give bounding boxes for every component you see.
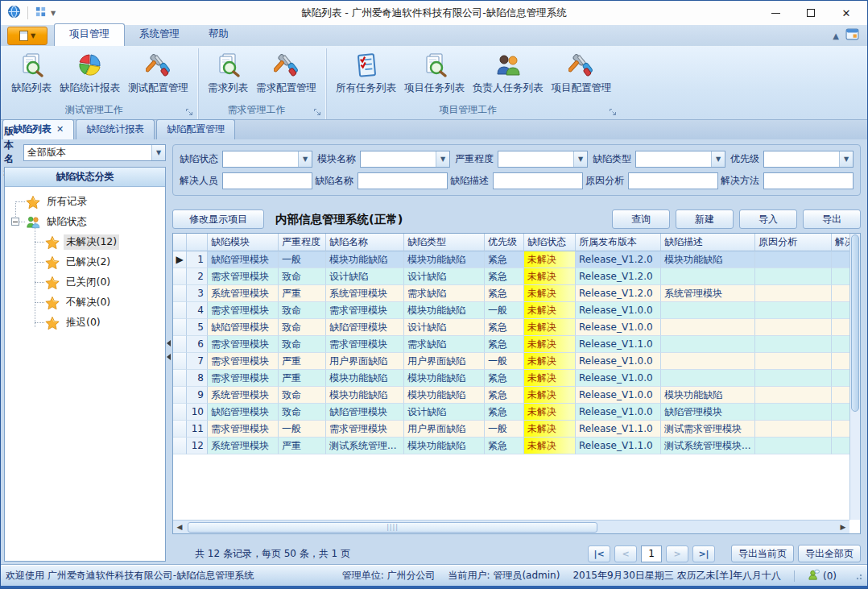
新建-button[interactable]: 新建 (676, 209, 734, 229)
row-selector-cell[interactable] (173, 387, 187, 404)
grid-header-所属发布版本[interactable]: 所属发布版本 (576, 234, 661, 251)
splitter-collapse-icon[interactable] (167, 340, 171, 346)
ribbon-button-项目配置管理[interactable]: 项目配置管理 (548, 51, 616, 96)
grid-header-原因分析[interactable]: 原因分析 (755, 234, 832, 251)
ribbon-button-测试配置管理[interactable]: 测试配置管理 (124, 51, 192, 96)
row-selector-cell[interactable] (173, 404, 187, 421)
grid-header-缺陷模块[interactable]: 缺陷模块 (208, 234, 279, 251)
grid-header-blank[interactable] (173, 234, 187, 251)
tree-item-未解决(12)[interactable]: 未解决(12) (5, 232, 165, 252)
combo-arrow-icon[interactable]: ▼ (436, 151, 449, 167)
table-row[interactable]: 8需求管理模块严重模块功能缺陷模块功能缺陷紧急未解决Release_V1.0.0 (173, 370, 849, 387)
filter-text-input-解决人员[interactable] (222, 172, 312, 189)
message-indicator[interactable]: (0) (808, 569, 837, 583)
table-row[interactable]: 2需求管理模块致命设计缺陷设计缺陷紧急未解决Release_V1.2.0 (173, 268, 849, 285)
combo-arrow-icon[interactable]: ▼ (711, 151, 725, 167)
horizontal-scrollbar-thumb[interactable]: |||| (188, 522, 597, 533)
grid-header-blank[interactable] (187, 234, 208, 251)
filter-text-input-解决方法[interactable] (763, 172, 854, 189)
horizontal-scroll-track[interactable]: |||| (186, 521, 837, 533)
ribbon-tab-帮助[interactable]: 帮助 (194, 23, 243, 46)
scroll-right-icon[interactable]: ▶ (837, 523, 849, 531)
filter-text-input-缺陷描述[interactable] (493, 172, 583, 189)
ribbon-help-icon[interactable] (845, 27, 859, 44)
last-page-button[interactable]: >| (692, 545, 715, 562)
page-number-input[interactable] (641, 545, 662, 562)
row-selector-cell[interactable] (173, 302, 187, 319)
row-selector-cell[interactable] (173, 421, 187, 438)
filter-combo-input[interactable] (636, 151, 711, 167)
first-page-button[interactable]: |< (588, 545, 610, 562)
ribbon-button-需求配置管理[interactable]: 需求配置管理 (252, 51, 320, 96)
tree-item-已关闭(0)[interactable]: 已关闭(0) (5, 272, 165, 292)
filter-combo-严重程度[interactable]: ▼ (498, 151, 588, 168)
version-combo-input[interactable] (24, 145, 151, 160)
tree-item-缺陷状态[interactable]: 缺陷状态 (5, 212, 165, 232)
application-menu-button[interactable]: ▼ (7, 27, 48, 45)
filter-combo-缺陷状态[interactable]: ▼ (222, 151, 312, 168)
dialog-launcher-icon[interactable] (313, 108, 322, 117)
ribbon-button-所有任务列表[interactable]: 所有任务列表 (332, 51, 400, 96)
modify-columns-button[interactable]: 修改显示项目 (172, 209, 264, 229)
filter-text-input-原因分析[interactable] (628, 172, 718, 189)
table-row[interactable]: 5缺陷管理模块致命缺陷管理模块设计缺陷紧急未解决Release_V1.0.0 (173, 319, 849, 336)
row-selector-cell[interactable] (173, 319, 187, 336)
row-selector-cell[interactable] (173, 370, 187, 387)
vertical-scrollbar[interactable] (849, 234, 860, 520)
grid-header-缺陷描述[interactable]: 缺陷描述 (661, 234, 755, 251)
table-row[interactable]: 3系统管理模块严重系统管理模块需求缺陷紧急未解决Release_V1.2.0系统… (173, 285, 849, 302)
tree-item-所有记录[interactable]: 所有记录 (5, 192, 165, 212)
table-row[interactable]: 10缺陷管理模块致命缺陷管理模块设计缺陷紧急未解决Release_V1.0.0缺… (173, 404, 849, 421)
grid-header-严重程度[interactable]: 严重程度 (279, 234, 326, 251)
ribbon-button-需求列表[interactable]: 需求列表 (204, 51, 252, 96)
grid-header-解决方法[interactable]: 解决方法 (832, 234, 849, 251)
filter-combo-模块名称[interactable]: ▼ (360, 151, 450, 168)
horizontal-scrollbar[interactable]: ◀ |||| ▶ (173, 520, 849, 533)
导出-button[interactable]: 导出 (803, 209, 861, 229)
row-selector-cell[interactable] (173, 336, 187, 353)
collapse-node-icon[interactable] (11, 218, 19, 226)
ribbon-button-项目任务列表[interactable]: 项目任务列表 (400, 51, 469, 96)
scroll-left-icon[interactable]: ◀ (173, 523, 186, 531)
combo-arrow-icon[interactable]: ▼ (839, 151, 853, 167)
combo-arrow-icon[interactable]: ▼ (298, 151, 312, 167)
ribbon-button-缺陷列表[interactable]: 缺陷列表 (7, 51, 56, 96)
ribbon-button-缺陷统计报表[interactable]: 缺陷统计报表 (56, 51, 124, 96)
grid-header-缺陷类型[interactable]: 缺陷类型 (404, 234, 485, 251)
filter-combo-input[interactable] (223, 151, 298, 167)
splitter-collapse-icon[interactable] (167, 354, 171, 360)
row-selector-cell[interactable] (173, 285, 187, 302)
version-combo[interactable]: ▼ (23, 144, 166, 161)
close-tab-icon[interactable]: ✕ (56, 124, 64, 135)
qat-dropdown-icon[interactable]: ▼ (51, 10, 56, 17)
table-row[interactable]: ▶1缺陷管理模块一般模块功能缺陷模块功能缺陷紧急未解决Release_V1.2.… (173, 251, 849, 268)
filter-text-input-缺陷名称[interactable] (358, 172, 448, 189)
resize-grip[interactable] (854, 572, 862, 580)
panel-splitter[interactable] (166, 143, 172, 562)
row-selector-cell[interactable] (173, 438, 187, 454)
minimize-button[interactable] (758, 2, 793, 24)
row-selector-cell[interactable] (173, 268, 187, 285)
doc-tab-缺陷统计报表[interactable]: 缺陷统计报表 (76, 119, 155, 139)
table-row[interactable]: 11需求管理模块一般需求管理模块用户界面缺陷一般未解决Release_V1.1.… (173, 421, 849, 438)
table-row[interactable]: 4需求管理模块致命需求管理模块模块功能缺陷一般未解决Release_V1.0.0 (173, 302, 849, 319)
table-row[interactable]: 12系统管理模块严重测试系统管理...模块功能缺陷紧急未解决Release_V1… (173, 438, 849, 454)
vertical-scrollbar-thumb[interactable] (851, 234, 859, 412)
collapse-ribbon-icon[interactable]: ▲ (833, 31, 839, 40)
row-selector-cell[interactable] (173, 353, 187, 370)
maximize-button[interactable] (793, 2, 829, 24)
ribbon-tab-项目管理[interactable]: 项目管理 (54, 23, 125, 46)
dialog-launcher-icon[interactable] (609, 108, 618, 117)
ribbon-button-负责人任务列表[interactable]: 负责人任务列表 (469, 51, 548, 96)
table-row[interactable]: 7需求管理模块严重用户界面缺陷用户界面缺陷一般未解决Release_V1.0.0 (173, 353, 849, 370)
filter-combo-优先级[interactable]: ▼ (763, 151, 854, 168)
table-row[interactable]: 6需求管理模块致命需求管理模块需求缺陷紧急未解决Release_V1.1.0 (173, 336, 849, 353)
tree-item-已解决(2)[interactable]: 已解决(2) (5, 252, 165, 272)
table-row[interactable]: 9系统管理模块致命模块功能缺陷模块功能缺陷紧急未解决Release_V1.0.0… (173, 387, 849, 404)
tree-item-不解决(0)[interactable]: 不解决(0) (5, 292, 165, 313)
export-all-pages-button[interactable]: 导出全部页 (798, 545, 861, 562)
grid-header-优先级[interactable]: 优先级 (485, 234, 524, 251)
close-button[interactable]: ✕ (829, 2, 864, 24)
filter-combo-input[interactable] (498, 151, 573, 167)
prev-page-button[interactable]: < (614, 545, 637, 562)
